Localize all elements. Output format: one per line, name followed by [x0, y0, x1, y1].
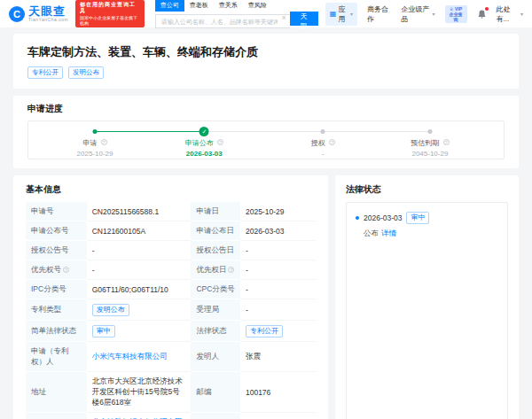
- table-row: 授权公告号-授权公告日-: [26, 241, 316, 260]
- field-value: -: [240, 260, 316, 280]
- progress-step-dot: ✓: [200, 127, 209, 136]
- biz-coop-label: 商务合作: [367, 4, 391, 24]
- grid-icon: ▦: [330, 10, 337, 18]
- help-icon[interactable]: ?: [329, 139, 335, 145]
- legal-status-card: 法律状态 2026-03-03审中公布详情: [335, 175, 519, 419]
- field-value: 小米汽车科技有限公司: [87, 342, 192, 372]
- field-label: 申请（专利权）人: [26, 342, 87, 372]
- progress-step: 申请 ?2025-10-29: [55, 138, 135, 158]
- field-label: 申请日: [191, 202, 240, 221]
- progress-step-label: 预估到期 ?: [390, 138, 470, 148]
- progress-step-dot: [93, 129, 98, 134]
- progress-step: 预估到期 ?2045-10-29: [390, 138, 470, 158]
- progress-step-date: 2045-10-29: [390, 150, 470, 158]
- field-value: -: [87, 260, 192, 280]
- field-value: -: [240, 413, 316, 419]
- field-value: -: [240, 241, 316, 260]
- table-row: 专利类型发明公布受理局-: [26, 299, 316, 321]
- tianyancha-logo-icon: C: [9, 6, 25, 22]
- field-label: 申请号: [26, 202, 87, 221]
- entity-link[interactable]: 小米汽车科技有限公司: [92, 352, 168, 361]
- field-label: 授权公告日: [191, 241, 240, 260]
- legal-status-line2: 公布详情: [364, 229, 498, 239]
- legal-status-list: 2026-03-03审中公布详情: [346, 202, 508, 419]
- apps-label: 应用: [338, 4, 348, 24]
- progress-step-date: -: [283, 150, 363, 158]
- search-tab[interactable]: 查公司: [155, 0, 184, 12]
- table-row: 申请公布号CN121600105A申请公布日2026-03-03: [26, 221, 316, 241]
- table-row: IPC分类号G06T11/60;G06T11/10CPC分类号-: [26, 280, 316, 299]
- field-value: 审中: [87, 321, 192, 342]
- search-button[interactable]: 天眼一下: [290, 12, 318, 26]
- field-value: 发明公布: [87, 299, 192, 321]
- promo-badge: 都在用的商业查询工具 国家中小企业发展子基金旗下机构: [75, 0, 145, 27]
- field-label: 发明人: [191, 342, 240, 372]
- bullet-dot-icon: [356, 216, 359, 220]
- clear-icon[interactable]: ×: [282, 13, 286, 22]
- field-value: 专利公开: [240, 321, 316, 342]
- notification-bell-icon[interactable]: [477, 9, 487, 19]
- help-icon[interactable]: ?: [101, 139, 107, 145]
- vip-line1: ♕ VIP: [449, 6, 464, 12]
- nav-business-cooperation[interactable]: 商务合作: [367, 4, 391, 24]
- table-row: 简单法律状态审中法律状态专利公开: [26, 321, 316, 342]
- table-row: 优先权号?-优先权日?-: [26, 260, 316, 280]
- field-label: 代理机构?: [26, 413, 87, 419]
- help-icon[interactable]: ?: [217, 139, 223, 145]
- field-label: 申请公布日: [191, 221, 240, 241]
- vip-line2: 企业查询: [449, 12, 464, 22]
- chevron-down-icon: ▾: [520, 11, 523, 17]
- patent-tags: 专利公开发明公布: [27, 66, 505, 79]
- field-label: 邮编: [191, 372, 240, 413]
- search-block: 查公司查老板查关系查风险 × 天眼一下: [155, 0, 318, 28]
- notification-dot: [485, 7, 489, 11]
- search-tab[interactable]: 查风险: [243, 0, 272, 12]
- basic-info-tbody: 申请号CN202511566588.1申请日2025-10-29申请公布号CN1…: [26, 202, 316, 419]
- search-tab[interactable]: 查老板: [184, 0, 214, 12]
- help-icon[interactable]: ?: [228, 267, 234, 273]
- field-label: IPC分类号: [26, 280, 87, 299]
- field-value: 张震: [240, 342, 316, 372]
- promo-line2: 国家中小企业发展子基金旗下机构: [80, 15, 140, 27]
- vip-badge[interactable]: ♕ VIP 企业查询: [445, 5, 467, 23]
- progress-section-title: 申请进度: [27, 103, 505, 115]
- field-label: 优先权号?: [26, 260, 87, 280]
- field-value: G06T11/60;G06T11/10: [87, 280, 192, 299]
- details-link[interactable]: 详情: [381, 229, 396, 237]
- patent-tag: 发明公布: [68, 66, 104, 79]
- nav-enterprise-products[interactable]: 企业级产品 ▾: [401, 4, 434, 24]
- field-label: 代理人?: [191, 413, 240, 419]
- search-input[interactable]: [155, 14, 290, 28]
- search-tabs: 查公司查老板查关系查风险: [155, 0, 318, 12]
- help-icon[interactable]: ?: [63, 267, 69, 273]
- search-tab[interactable]: 查关系: [214, 0, 243, 12]
- basic-info-table: 申请号CN202511566588.1申请日2025-10-29申请公布号CN1…: [26, 202, 316, 419]
- progress-step-date: 2026-03-03: [164, 150, 244, 158]
- tianyancha-logo[interactable]: C 天眼查 TianYanCha.com: [9, 5, 68, 22]
- user-menu[interactable]: 此处有... ▾: [497, 4, 523, 24]
- enterprise-label: 企业级产品: [401, 4, 430, 24]
- field-value: -: [240, 280, 316, 299]
- help-icon[interactable]: ?: [443, 139, 450, 145]
- status-badge: 专利公开: [246, 325, 283, 338]
- field-value: -: [240, 299, 316, 321]
- patent-title-card: 车牌定制方法、装置、车辆、终端和存储介质 专利公开发明公布: [13, 34, 519, 89]
- progress-timeline: 申请 ?2025-10-29✓申请公布 ?2026-03-03授权 ?-预估到期…: [27, 120, 505, 159]
- progress-step: 申请公布 ?2026-03-03: [164, 138, 244, 158]
- basic-info-card: 基本信息 申请号CN202511566588.1申请日2025-10-29申请公…: [13, 175, 328, 419]
- field-label: 法律状态: [191, 321, 240, 342]
- legal-status-line1: 2026-03-03审中: [356, 212, 498, 224]
- status-badge: 发明公布: [92, 304, 129, 316]
- field-value: CN202511566588.1: [87, 202, 192, 221]
- apps-menu[interactable]: ▦ 应用 ▾: [325, 3, 357, 26]
- logo-name: 天眼查: [28, 5, 68, 17]
- progress-step-label: 申请 ?: [55, 138, 135, 148]
- logo-domain: TianYanCha.com: [28, 18, 68, 22]
- status-badge: 审中: [92, 325, 115, 338]
- chevron-down-icon: ▾: [433, 11, 435, 17]
- header-right-nav: ▦ 应用 ▾ 商务合作 企业级产品 ▾ ♕ VIP 企业查询 此处有... ▾: [325, 3, 523, 26]
- progress-step-label: 申请公布 ?: [164, 138, 244, 148]
- field-label: 受理局: [191, 299, 240, 321]
- table-row: 代理机构?北京法胜知识产权代理有限公司代理人?-: [26, 413, 316, 419]
- top-header: C 天眼查 TianYanCha.com 都在用的商业查询工具 国家中小企业发展…: [0, 0, 532, 27]
